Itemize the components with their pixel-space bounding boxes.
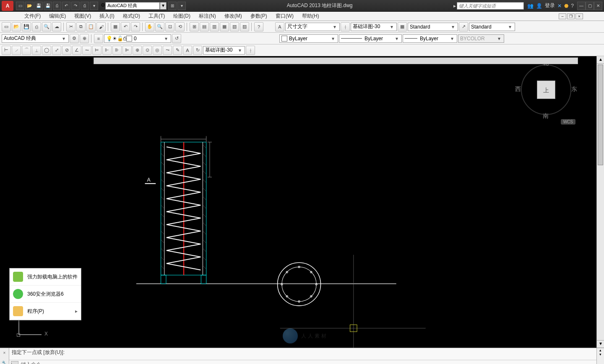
menu-view[interactable]: 视图(V)	[71, 12, 94, 21]
menu-parametric[interactable]: 参数(P)	[247, 12, 271, 21]
menu-help[interactable]: 帮助(H)	[299, 12, 323, 21]
undo-icon[interactable]: ↶	[62, 2, 70, 10]
zoom-previous-icon[interactable]: ⟲	[175, 22, 185, 31]
close-button[interactable]: ✕	[594, 2, 602, 10]
workspace-settings-icon[interactable]: ⚙	[70, 34, 79, 43]
toolpalette-icon[interactable]: ▥	[210, 22, 219, 31]
layer-combo[interactable]: 💡 ☀ 🔓 ⎙ 0▾	[104, 34, 171, 43]
dimaligned-icon[interactable]: ⟋	[12, 46, 21, 55]
new-file-icon[interactable]: ▭	[2, 22, 11, 31]
dimdia-icon[interactable]: ⊘	[62, 46, 71, 55]
menu-item-browser[interactable]: 360安全浏览器6	[10, 286, 81, 303]
mleader-style-combo[interactable]: Standard▾	[469, 23, 515, 31]
dimupdate-icon[interactable]: ↻	[193, 46, 202, 55]
zoom-window-icon[interactable]: ⊡	[165, 22, 174, 31]
toolbar-extra2-icon[interactable]: ▾	[177, 2, 186, 10]
exchange-icon[interactable]: ✕	[557, 3, 562, 9]
dimstyle2-icon[interactable]: ⟊	[246, 46, 255, 55]
dimcontinue-icon[interactable]: ⊩	[102, 46, 112, 55]
dimjogged-icon[interactable]: ⤢	[52, 46, 61, 55]
menu-draw[interactable]: 绘图(D)	[170, 12, 194, 21]
redo2-icon[interactable]: ↷	[131, 22, 140, 31]
viewcube-south[interactable]: 南	[543, 112, 549, 120]
plotstyle-combo[interactable]: BYCOLOR▾	[458, 34, 504, 43]
lineweight-combo[interactable]: ByLayer▾	[403, 34, 457, 43]
layer-properties-icon[interactable]: ≡	[94, 34, 103, 43]
menu-edit[interactable]: 编辑(E)	[46, 12, 69, 21]
dimstyle-icon[interactable]: ⟊	[341, 22, 350, 31]
tablestyle-icon[interactable]: ▦	[398, 22, 407, 31]
undo2-icon[interactable]: ↶	[121, 22, 130, 31]
dim-style-combo[interactable]: 基础详图-30▾	[351, 23, 397, 31]
horizontal-scrollbar[interactable]: ◂ ▸	[87, 57, 585, 64]
doc-close-button[interactable]: ×	[575, 13, 583, 19]
scrollbar-thumb[interactable]	[598, 65, 603, 165]
print-file-icon[interactable]: ⎙	[32, 22, 41, 31]
workspace-selector[interactable]: ⚙ ▾	[101, 2, 167, 10]
pan-icon[interactable]: ✋	[145, 22, 154, 31]
command-prompt-icon[interactable]: ▸	[11, 361, 18, 364]
minimize-button[interactable]: —	[577, 2, 586, 10]
vertical-scrollbar[interactable]: ▴ ▾	[596, 56, 604, 348]
menu-window[interactable]: 窗口(W)	[272, 12, 297, 21]
search-input[interactable]	[457, 2, 524, 10]
open-file-icon[interactable]: 📂	[12, 22, 21, 31]
cmd-close-icon[interactable]: ×	[3, 351, 6, 355]
cut-icon[interactable]: ✂	[66, 22, 76, 31]
infocenter-icon[interactable]: 👥	[527, 3, 534, 9]
help2-icon[interactable]: ?	[254, 22, 263, 31]
dimtedit-icon[interactable]: A	[183, 46, 192, 55]
dimarc-icon[interactable]: ⌒	[22, 46, 31, 55]
redo-icon[interactable]: ↷	[71, 2, 80, 10]
dimspace-icon[interactable]: ⊪	[112, 46, 122, 55]
menu-item-uninstall[interactable]: 强力卸载电脑上的软件	[10, 268, 81, 286]
properties-icon[interactable]: ⊞	[190, 22, 199, 31]
help-icon[interactable]: ?	[571, 3, 574, 9]
qat-more-icon[interactable]: ▾	[90, 2, 98, 10]
app-logo[interactable]: A	[2, 1, 13, 11]
command-input[interactable]	[20, 361, 595, 364]
zoom-realtime-icon[interactable]: 🔍	[155, 22, 164, 31]
tolerance-icon[interactable]: ⊕	[133, 46, 142, 55]
centermark-icon[interactable]: ⊙	[143, 46, 152, 55]
dim-layer-combo[interactable]: 基础详图-30▾	[203, 46, 245, 55]
designcenter-icon[interactable]: ▤	[200, 22, 209, 31]
table-style-combo[interactable]: Standard▾	[408, 23, 458, 31]
cmd-wrench-icon[interactable]: 🔧	[2, 361, 8, 364]
text-style-combo[interactable]: 尺寸文字▾	[285, 23, 340, 31]
sheetset-icon[interactable]: ▦	[220, 22, 229, 31]
cmd-scroll[interactable]: ▴▾	[596, 348, 604, 364]
toolbar-extra-icon[interactable]: ⊞	[168, 2, 177, 10]
color-combo[interactable]: ByLayer▾	[279, 34, 338, 43]
menu-modify[interactable]: 修改(M)	[221, 12, 245, 21]
viewcube-west[interactable]: 西	[515, 86, 521, 93]
dimlinear-icon[interactable]: ⊢	[2, 46, 11, 55]
saveas-icon[interactable]: 💾	[44, 2, 52, 10]
chevron-down-icon[interactable]: ▾	[160, 2, 167, 10]
block-editor-icon[interactable]: ▦	[111, 22, 120, 31]
dimbreak-icon[interactable]: ⊫	[122, 46, 132, 55]
maximize-button[interactable]: ▢	[586, 2, 594, 10]
textstyle-icon[interactable]: A	[275, 22, 284, 31]
viewcube-top[interactable]: 上	[537, 81, 555, 99]
workspace-combo[interactable]: AutoCAD 经典▾	[2, 34, 69, 43]
dimbaseline-icon[interactable]: ⊨	[92, 46, 102, 55]
workspace-gear-icon[interactable]: ⚙	[101, 2, 105, 10]
menu-file[interactable]: 文件(F)	[21, 12, 44, 21]
dimedit-icon[interactable]: ✎	[173, 46, 182, 55]
wcs-badge[interactable]: WCS	[561, 119, 575, 125]
markup-icon[interactable]: ▧	[230, 22, 239, 31]
login-link[interactable]: 登录	[545, 2, 555, 9]
diminspect-icon[interactable]: ◎	[153, 46, 162, 55]
copy-icon[interactable]: ⧉	[76, 22, 86, 31]
quickcalc-icon[interactable]: ▨	[240, 22, 249, 31]
view-cube[interactable]: 上 北 南 西 东 WCS	[517, 60, 575, 119]
menu-insert[interactable]: 插入(I)	[96, 12, 117, 21]
doc-restore-button[interactable]: ❐	[567, 13, 575, 19]
print-icon[interactable]: ⎙	[81, 2, 89, 10]
workspace-save-icon[interactable]: ⊕	[80, 34, 89, 43]
matchprop-icon[interactable]: 🖌	[96, 22, 106, 31]
signin-icon[interactable]: 👤	[536, 3, 542, 9]
linetype-combo[interactable]: ByLayer▾	[339, 34, 402, 43]
drawing-canvas[interactable]: A 上 北	[0, 56, 596, 348]
